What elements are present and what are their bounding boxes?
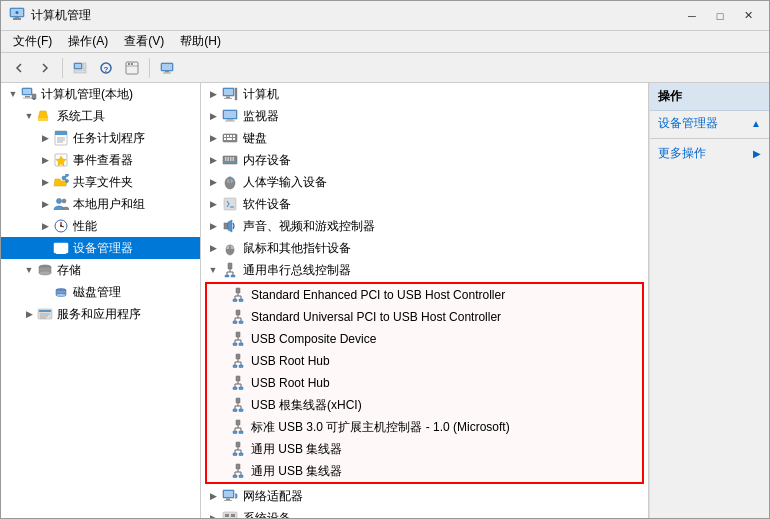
device-item-software[interactable]: ▶ 软件设备 — [201, 193, 648, 215]
usb-item-3[interactable]: USB Root Hub — [207, 350, 642, 372]
usb-icon-2 — [229, 330, 247, 348]
device-expander-sys[interactable]: ▶ — [205, 510, 221, 518]
device-item-sound[interactable]: ▶ 声音、视频和游戏控制器 — [201, 215, 648, 237]
device-expander-keyboard[interactable]: ▶ — [205, 130, 221, 146]
usb-item-7[interactable]: 通用 USB 集线器 — [207, 438, 642, 460]
maximize-button[interactable]: □ — [707, 6, 733, 26]
device-item-com-bus[interactable]: ▼ 通用串行总线控制器 — [201, 259, 648, 281]
expander-sys-tools[interactable]: ▼ — [21, 108, 37, 124]
action-item-more[interactable]: 更多操作 ▶ — [650, 141, 769, 166]
device-expander-hid[interactable]: ▶ — [205, 174, 221, 190]
tree-label-storage: 存储 — [57, 262, 81, 279]
icon-disk — [53, 284, 69, 300]
svg-rect-147 — [239, 431, 243, 434]
usb-item-1[interactable]: Standard Universal PCI to USB Host Contr… — [207, 306, 642, 328]
svg-rect-60 — [224, 89, 233, 95]
usb-label-6: 标准 USB 3.0 可扩展主机控制器 - 1.0 (Microsoft) — [251, 419, 510, 436]
tree-item-disk[interactable]: 磁盘管理 — [1, 281, 200, 303]
tree-item-device-mgr[interactable]: ! 设备管理器 — [1, 237, 200, 259]
icon-services — [37, 306, 53, 322]
svg-rect-167 — [225, 514, 229, 517]
device-item-hid[interactable]: ▶ 人体学输入设备 — [201, 171, 648, 193]
device-item-monitor[interactable]: ▶ 监视器 — [201, 105, 648, 127]
svg-rect-65 — [224, 111, 236, 118]
usb-item-4[interactable]: USB Root Hub — [207, 372, 642, 394]
device-item-network[interactable]: ▶ 网络适配器 — [201, 485, 648, 507]
device-expander-mouse[interactable]: ▶ — [205, 240, 221, 256]
svg-point-85 — [229, 177, 232, 180]
svg-point-36 — [57, 199, 62, 204]
right-panel: 操作 设备管理器 ▲ 更多操作 ▶ — [649, 83, 769, 518]
minimize-button[interactable]: ─ — [679, 6, 705, 26]
usb-item-6[interactable]: 标准 USB 3.0 可扩展主机控制器 - 1.0 (Microsoft) — [207, 416, 642, 438]
svg-rect-92 — [228, 263, 232, 269]
tree-item-services[interactable]: ▶ 服务和应用程序 — [1, 303, 200, 325]
svg-rect-168 — [231, 514, 235, 517]
expander-event[interactable]: ▶ — [37, 152, 53, 168]
toolbar-btn-monitor[interactable] — [155, 56, 179, 80]
device-label-sys: 系统设备 — [243, 510, 291, 519]
tree-item-storage[interactable]: ▼ 存储 — [1, 259, 200, 281]
icon-perf — [53, 218, 69, 234]
action-item-device-mgr[interactable]: 设备管理器 ▲ — [650, 111, 769, 136]
usb-item-0[interactable]: Standard Enhanced PCI to USB Host Contro… — [207, 284, 642, 306]
device-item-computer[interactable]: ▶ 计算机 — [201, 83, 648, 105]
expander-device-mgr[interactable] — [37, 240, 53, 256]
device-expander-sound[interactable]: ▶ — [205, 218, 221, 234]
back-button[interactable] — [7, 56, 31, 80]
device-icon-mouse — [221, 239, 239, 257]
device-item-mem[interactable]: ▶ 内存设备 — [201, 149, 648, 171]
toolbar-btn-3[interactable] — [120, 56, 144, 80]
usb-item-2[interactable]: USB Composite Device — [207, 328, 642, 350]
usb-item-5[interactable]: USB 根集线器(xHCI) — [207, 394, 642, 416]
tree-item-shared[interactable]: ▶ 共享文件夹 — [1, 171, 200, 193]
device-expander-network[interactable]: ▶ — [205, 488, 221, 504]
device-expander-mem[interactable]: ▶ — [205, 152, 221, 168]
expander-shared[interactable]: ▶ — [37, 174, 53, 190]
device-expander-monitor[interactable]: ▶ — [205, 108, 221, 124]
device-expander-software[interactable]: ▶ — [205, 196, 221, 212]
middle-panel: ▶ 计算机 ▶ — [201, 83, 649, 518]
svg-rect-7 — [74, 70, 86, 73]
device-expander-com-bus[interactable]: ▼ — [205, 262, 221, 278]
device-icon-sys — [221, 509, 239, 518]
action-arrow-1: ▶ — [753, 148, 761, 159]
expander-users[interactable]: ▶ — [37, 196, 53, 212]
svg-rect-120 — [236, 354, 240, 359]
left-panel: ▼ 计算机管理(本地) ▼ — [1, 83, 201, 518]
forward-button[interactable] — [33, 56, 57, 80]
tree-item-perf[interactable]: ▶ 性能 — [1, 215, 200, 237]
expander-task[interactable]: ▶ — [37, 130, 53, 146]
tree-item-users[interactable]: ▶ 本地用户和组 — [1, 193, 200, 215]
close-button[interactable]: ✕ — [735, 6, 761, 26]
toolbar-btn-1[interactable] — [68, 56, 92, 80]
device-item-mouse[interactable]: ▶ 鼠标和其他指针设备 — [201, 237, 648, 259]
menu-file[interactable]: 文件(F) — [5, 31, 60, 52]
device-item-keyboard[interactable]: ▶ 键盘 — [201, 127, 648, 149]
menu-view[interactable]: 查看(V) — [116, 31, 172, 52]
device-icon-network — [221, 487, 239, 505]
action-label-more: 更多操作 — [658, 145, 706, 162]
expander-perf[interactable]: ▶ — [37, 218, 53, 234]
usb-icon-1 — [229, 308, 247, 326]
usb-icon-3 — [229, 352, 247, 370]
usb-item-8[interactable]: 通用 USB 集线器 — [207, 460, 642, 482]
device-expander-computer[interactable]: ▶ — [205, 86, 221, 102]
tree-item-task[interactable]: ▶ 任务计划程序 — [1, 127, 200, 149]
svg-rect-72 — [233, 135, 235, 137]
expander-services[interactable]: ▶ — [21, 306, 37, 322]
svg-rect-141 — [236, 420, 240, 425]
tree-item-event[interactable]: ▶ 事件查看器 — [1, 149, 200, 171]
tree-item-root[interactable]: ▼ 计算机管理(本地) — [1, 83, 200, 105]
svg-rect-99 — [236, 288, 240, 293]
toolbar-btn-2[interactable]: ? — [94, 56, 118, 80]
tree-item-sys-tools[interactable]: ▼ 系统工具 — [1, 105, 200, 127]
menu-help[interactable]: 帮助(H) — [172, 31, 229, 52]
svg-rect-12 — [128, 63, 130, 65]
icon-event — [53, 152, 69, 168]
device-item-sys[interactable]: ▶ 系统设备 — [201, 507, 648, 518]
svg-rect-133 — [239, 387, 243, 390]
menu-action[interactable]: 操作(A) — [60, 31, 116, 52]
expander-storage[interactable]: ▼ — [21, 262, 37, 278]
expander-root[interactable]: ▼ — [5, 86, 21, 102]
